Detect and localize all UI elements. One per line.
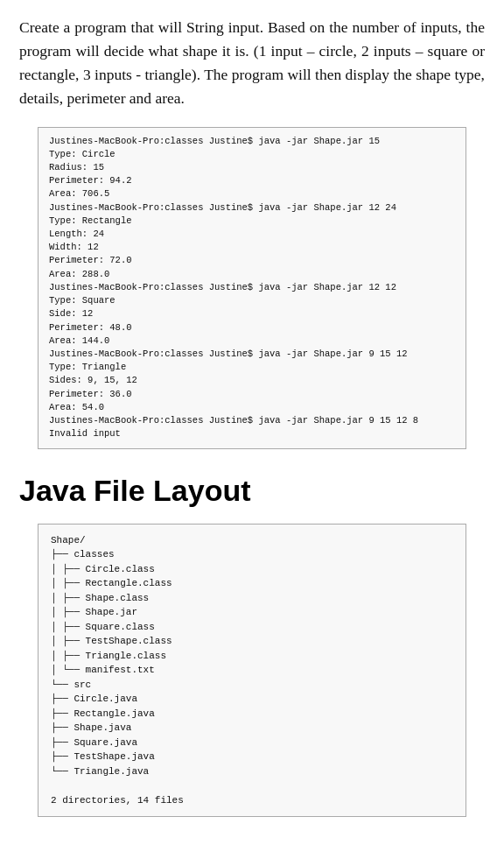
file-layout-line: 2 directories, 14 files [51, 793, 453, 808]
file-layout-line: ├── Circle.java [51, 692, 453, 707]
page-container: Create a program that will String input.… [0, 0, 504, 859]
terminal-line: Width: 12 [49, 241, 455, 254]
file-layout-line: ├── Square.java [51, 736, 453, 750]
intro-paragraph: Create a program that will String input.… [19, 16, 485, 111]
file-layout-line: ├── classes [51, 547, 453, 562]
file-layout-line: └── Triangle.java [51, 764, 453, 779]
terminal-line: Type: Circle [49, 148, 455, 161]
file-layout-line: │ ├── Shape.class [51, 591, 453, 606]
terminal-line: Invalid input [49, 427, 455, 440]
terminal-line: Side: 12 [49, 307, 455, 320]
terminal-line: Area: 144.0 [49, 334, 455, 348]
terminal-line: Justines-MacBook-Pro:classes Justine$ ja… [49, 348, 455, 361]
file-layout-line: │ ├── Shape.jar [51, 605, 453, 620]
file-layout-line: │ ├── Circle.class [51, 562, 453, 577]
file-layout-line: │ ├── Square.class [51, 620, 453, 635]
terminal-line: Radius: 15 [49, 161, 455, 174]
terminal-line: Sides: 9, 15, 12 [49, 374, 455, 387]
file-layout-line [51, 778, 453, 793]
terminal-line: Justines-MacBook-Pro:classes Justine$ ja… [49, 281, 455, 294]
file-layout-line: ├── TestShape.java [51, 750, 453, 764]
terminal-line: Justines-MacBook-Pro:classes Justine$ ja… [49, 414, 455, 427]
terminal-line: Area: 706.5 [49, 187, 455, 201]
terminal-line: Type: Triangle [49, 361, 455, 374]
terminal-line: Perimeter: 48.0 [49, 321, 455, 334]
terminal-line: Type: Square [49, 294, 455, 307]
terminal-line: Area: 54.0 [49, 401, 455, 414]
file-layout-output: Shape/├── classes│ ├── Circle.class│ ├──… [38, 524, 466, 818]
terminal-line: Type: Rectangle [49, 215, 455, 228]
terminal-line: Justines-MacBook-Pro:classes Justine$ ja… [49, 201, 455, 215]
terminal-line: Perimeter: 94.2 [49, 174, 455, 187]
terminal-line: Length: 24 [49, 228, 455, 241]
file-layout-line: ├── Shape.java [51, 721, 453, 736]
file-layout-line: │ ├── Rectangle.class [51, 576, 453, 591]
terminal-line: Justines-MacBook-Pro:classes Justine$ ja… [49, 135, 455, 148]
file-layout-line: ├── Rectangle.java [51, 707, 453, 722]
file-layout-line: │ └── manifest.txt [51, 663, 453, 678]
terminal-line: Perimeter: 36.0 [49, 388, 455, 401]
section-heading: Java File Layout [19, 474, 485, 508]
file-layout-line: └── src [51, 678, 453, 693]
terminal-line: Perimeter: 72.0 [49, 254, 455, 267]
file-layout-line: │ ├── TestShape.class [51, 634, 453, 649]
file-layout-line: Shape/ [51, 533, 453, 548]
file-layout-line: │ ├── Triangle.class [51, 649, 453, 664]
terminal-output: Justines-MacBook-Pro:classes Justine$ ja… [38, 127, 466, 449]
terminal-line: Area: 288.0 [49, 268, 455, 281]
